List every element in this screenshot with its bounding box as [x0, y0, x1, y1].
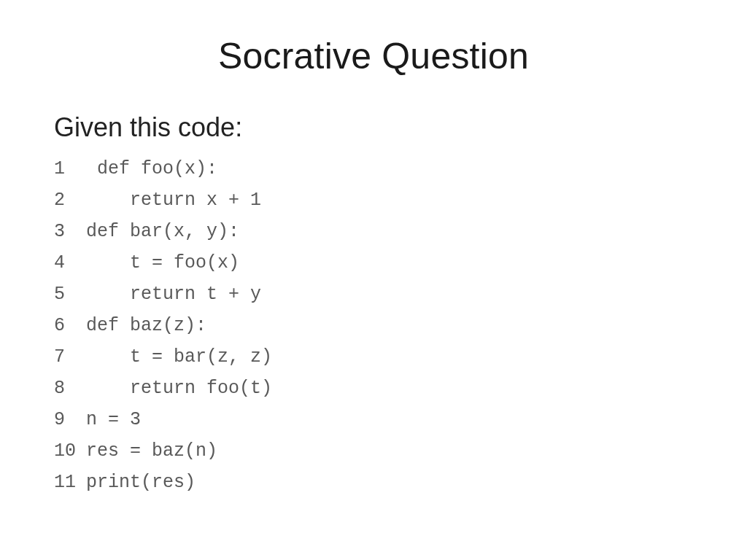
code-line: return t + y: [86, 281, 693, 307]
code-line: def foo(x):: [86, 156, 693, 182]
code-line: t = bar(z, z): [86, 344, 693, 370]
code-line: return x + 1: [86, 187, 693, 213]
slide-title: Socrative Question: [54, 35, 693, 77]
line-number: 5: [54, 281, 86, 307]
code-line: def bar(x, y):: [86, 219, 693, 244]
line-number: 11: [54, 470, 86, 495]
line-number: 9: [54, 407, 86, 432]
code-line: def baz(z):: [86, 313, 693, 338]
code-line: res = baz(n): [86, 438, 693, 464]
line-number: 7: [54, 344, 86, 370]
code-line: t = foo(x): [86, 250, 693, 276]
line-number: 10: [54, 438, 86, 464]
slide: Socrative Question Given this code: 1 de…: [0, 0, 747, 560]
line-number: 1: [54, 156, 86, 182]
code-line: return foo(t): [86, 376, 693, 401]
prompt-text: Given this code:: [54, 112, 693, 143]
line-number: 3: [54, 219, 86, 244]
line-number: 4: [54, 250, 86, 276]
code-line: print(res): [86, 470, 693, 495]
code-line: n = 3: [86, 407, 693, 432]
line-number: 6: [54, 313, 86, 338]
line-number: 8: [54, 376, 86, 401]
line-number: 2: [54, 187, 86, 213]
code-block: 1 def foo(x): 2 return x + 1 3 def bar(x…: [54, 156, 693, 495]
